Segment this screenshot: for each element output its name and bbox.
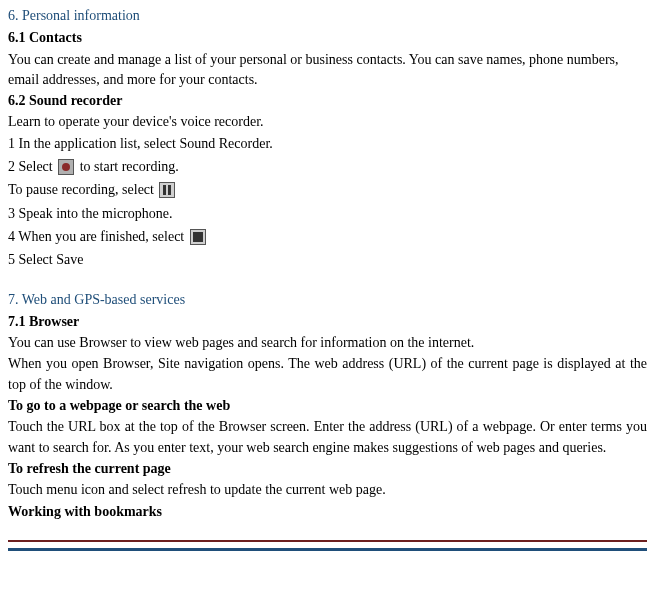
step-2-text-a: 2 Select <box>8 159 56 174</box>
recorder-step-3: 3 Speak into the microphone. <box>8 204 647 224</box>
refresh-page-body: Touch menu icon and select refresh to up… <box>8 480 647 500</box>
subsection-6-2-heading: 6.2 Sound recorder <box>8 91 647 111</box>
step-4-text: 4 When you are finished, select <box>8 229 188 244</box>
heading-refresh-page: To refresh the current page <box>8 459 647 479</box>
contacts-description: You can create and manage a list of your… <box>8 50 647 91</box>
recorder-step-2: 2 Select to start recording. <box>8 157 647 177</box>
section-6-heading: 6. Personal information <box>8 6 647 26</box>
browser-intro-2: When you open Browser, Site navigation o… <box>8 354 647 395</box>
browser-intro-1: You can use Browser to view web pages an… <box>8 333 647 353</box>
pause-icon <box>159 182 175 198</box>
heading-goto-webpage: To go to a webpage or search the web <box>8 396 647 416</box>
pause-text: To pause recording, select <box>8 182 157 197</box>
record-icon <box>58 159 74 175</box>
subsection-7-1-heading: 7.1 Browser <box>8 312 647 332</box>
recorder-step-5: 5 Select Save <box>8 250 647 270</box>
goto-webpage-body: Touch the URL box at the top of the Brow… <box>8 417 647 458</box>
recorder-step-4: 4 When you are finished, select <box>8 227 647 247</box>
section-7-heading: 7. Web and GPS-based services <box>8 290 647 310</box>
stop-icon <box>190 229 206 245</box>
recorder-step-1: 1 In the application list, select Sound … <box>8 134 647 154</box>
recorder-pause-note: To pause recording, select <box>8 180 647 200</box>
footer-divider <box>8 540 647 551</box>
subsection-6-1-heading: 6.1 Contacts <box>8 28 647 48</box>
step-2-text-b: to start recording. <box>80 159 179 174</box>
heading-bookmarks: Working with bookmarks <box>8 502 647 522</box>
recorder-intro: Learn to operate your device's voice rec… <box>8 112 647 132</box>
